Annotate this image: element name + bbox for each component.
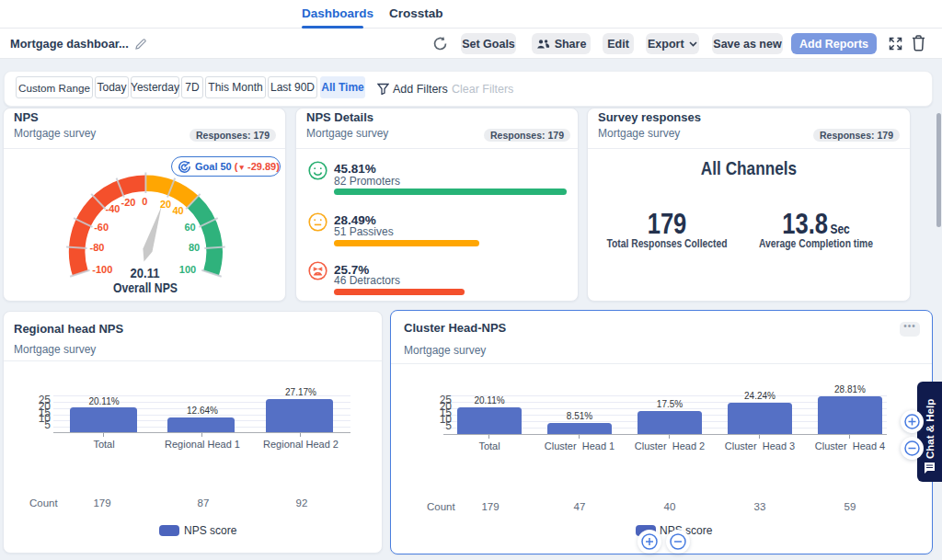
- svg-text:-20: -20: [121, 197, 136, 208]
- svg-text:-40: -40: [106, 203, 121, 214]
- svg-text:20: 20: [160, 199, 171, 210]
- svg-text:-80: -80: [90, 242, 105, 253]
- svg-text:0: 0: [142, 196, 147, 207]
- svg-text:20.11: 20.11: [131, 266, 160, 280]
- svg-text:80: 80: [189, 242, 200, 253]
- svg-text:60: 60: [184, 222, 195, 233]
- svg-text:Overall NPS: Overall NPS: [113, 280, 178, 295]
- svg-text:100: 100: [179, 264, 196, 275]
- svg-text:40: 40: [172, 205, 183, 216]
- svg-text:-100: -100: [92, 264, 112, 275]
- svg-text:-60: -60: [94, 222, 109, 233]
